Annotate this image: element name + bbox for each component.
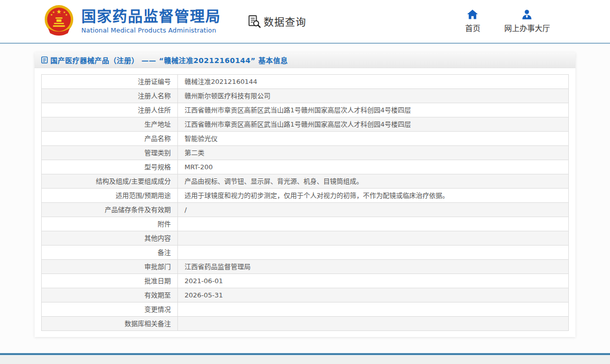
svg-text:★: ★ <box>56 8 62 15</box>
data-query-label: 数据查询 <box>264 14 307 29</box>
svg-text:★: ★ <box>65 13 68 16</box>
field-value: 江西省赣州市章贡区高新区武当山路1号赣州国家高层次人才科创园4号楼四层 <box>178 117 569 132</box>
table-row: 型号规格MRT-200 <box>42 160 569 174</box>
field-label: 批准日期 <box>42 274 178 288</box>
field-label: 数据库相关备注 <box>42 317 178 331</box>
field-label: 适用范围/预期用途 <box>42 189 178 203</box>
table-row: 审批部门江西省药品监督管理局 <box>42 260 569 274</box>
field-label: 注册人名称 <box>42 89 178 103</box>
document-icon <box>41 56 48 64</box>
section-title: 国产医疗器械产品（注册） —— “赣械注准20212160144” 基本信息 <box>50 55 288 65</box>
field-value: 智能验光仪 <box>178 132 569 146</box>
field-value: 2021-06-01 <box>178 274 569 288</box>
table-row: 管理类别第二类 <box>42 146 569 160</box>
field-label: 注册人住所 <box>42 103 178 117</box>
field-value: 2026-05-31 <box>178 288 569 302</box>
field-value <box>178 317 569 331</box>
brand-title: 国家药品监督管理局 <box>81 9 221 25</box>
field-value: MRT-200 <box>178 160 569 174</box>
field-value: 赣械注准20212160144 <box>178 75 569 89</box>
table-row: 结构及组成/主要组成成分产品由视标、调节钮、显示屏、背光源、机身、目镜筒组成。 <box>42 174 569 189</box>
field-label: 其他内容 <box>42 231 178 246</box>
field-label: 管理类别 <box>42 146 178 160</box>
table-row: 数据库相关备注 <box>42 317 569 331</box>
field-label: 生产地址 <box>42 117 178 132</box>
field-label: 注册证编号 <box>42 75 178 89</box>
table-row: 适用范围/预期用途适用于球镜度和视力的初步测定，仅用于个人对视力的初筛，不作为配… <box>42 189 569 203</box>
field-label: 审批部门 <box>42 260 178 274</box>
field-label: 结构及组成/主要组成成分 <box>42 174 178 189</box>
field-label: 变更情况 <box>42 302 178 317</box>
national-emblem-logo[interactable]: ★ ★ ★ ★ ★ <box>43 5 75 38</box>
home-icon <box>467 10 478 19</box>
info-table-body: 注册证编号赣械注准20212160144注册人名称赣州斯尔顿医疗科技有限公司注册… <box>42 75 569 331</box>
field-label: 备注 <box>42 246 178 260</box>
field-label: 产品名称 <box>42 132 178 146</box>
field-value: 江西省赣州市章贡区高新区武当山路1号赣州国家高层次人才科创园4号楼四层 <box>178 103 569 117</box>
data-query-section[interactable]: 数据查询 <box>248 14 307 29</box>
top-nav: 首页 网上办事大厅 <box>461 10 550 33</box>
table-row: 产品名称智能验光仪 <box>42 132 569 146</box>
user-icon <box>522 10 532 19</box>
field-label: 附件 <box>42 217 178 231</box>
table-row: 其他内容 <box>42 231 569 246</box>
table-row: 变更情况 <box>42 302 569 317</box>
detail-card: 国产医疗器械产品（注册） —— “赣械注准20212160144” 基本信息 注… <box>35 52 575 337</box>
site-header: ★ ★ ★ ★ ★ 国家药品监督管理局 National Medical Pro… <box>0 0 610 43</box>
nav-item-home[interactable]: 首页 <box>461 10 485 33</box>
info-table: 注册证编号赣械注准20212160144注册人名称赣州斯尔顿医疗科技有限公司注册… <box>41 74 569 331</box>
brand-block[interactable]: 国家药品监督管理局 National Medical Products Admi… <box>81 9 221 34</box>
field-value <box>178 246 569 260</box>
table-row: 有效期至2026-05-31 <box>42 288 569 302</box>
field-value: 第二类 <box>178 146 569 160</box>
info-table-wrap: 注册证编号赣械注准20212160144注册人名称赣州斯尔顿医疗科技有限公司注册… <box>41 74 569 331</box>
nav-item-label: 首页 <box>465 22 480 33</box>
nav-item-service-hall[interactable]: 网上办事大厅 <box>504 10 550 33</box>
table-row: 生产地址江西省赣州市章贡区高新区武当山路1号赣州国家高层次人才科创园4号楼四层 <box>42 117 569 132</box>
field-value <box>178 231 569 246</box>
table-row: 注册人住所江西省赣州市章贡区高新区武当山路1号赣州国家高层次人才科创园4号楼四层 <box>42 103 569 117</box>
table-row: 注册证编号赣械注准20212160144 <box>42 75 569 89</box>
field-value: / <box>178 203 569 217</box>
field-label: 有效期至 <box>42 288 178 302</box>
field-value: 适用于球镜度和视力的初步测定，仅用于个人对视力的初筛，不作为配镜或临床治疗依据。 <box>178 189 569 203</box>
table-row: 附件 <box>42 217 569 231</box>
section-header: 国产医疗器械产品（注册） —— “赣械注准20212160144” 基本信息 <box>35 52 575 68</box>
svg-text:★: ★ <box>50 13 53 16</box>
field-value: 赣州斯尔顿医疗科技有限公司 <box>178 89 569 103</box>
table-row: 批准日期2021-06-01 <box>42 274 569 288</box>
field-label: 产品储存条件及有效期 <box>42 203 178 217</box>
field-value <box>178 302 569 317</box>
document-search-icon <box>248 15 261 28</box>
field-value <box>178 217 569 231</box>
main-content: 国产医疗器械产品（注册） —— “赣械注准20212160144” 基本信息 注… <box>0 44 610 353</box>
footer <box>0 355 610 364</box>
brand-subtitle: National Medical Products Administration <box>81 26 221 34</box>
field-value: 产品由视标、调节钮、显示屏、背光源、机身、目镜筒组成。 <box>178 174 569 189</box>
table-row: 产品储存条件及有效期/ <box>42 203 569 217</box>
table-row: 备注 <box>42 246 569 260</box>
table-row: 注册人名称赣州斯尔顿医疗科技有限公司 <box>42 89 569 103</box>
field-value: 江西省药品监督管理局 <box>178 260 569 274</box>
field-label: 型号规格 <box>42 160 178 174</box>
nav-item-label: 网上办事大厅 <box>504 22 550 33</box>
